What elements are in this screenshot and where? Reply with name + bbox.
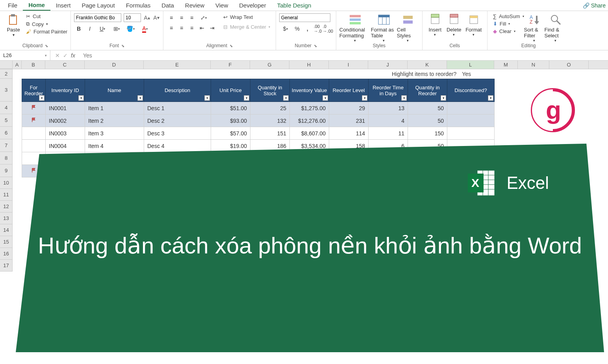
bold-button[interactable]: B	[74, 24, 83, 33]
row-header-11[interactable]: 11	[0, 189, 13, 201]
table-header[interactable]: Reorder Level▾	[329, 79, 369, 102]
col-header-c[interactable]: C	[45, 61, 85, 69]
row-header-15[interactable]: 15	[0, 236, 13, 248]
align-left-button[interactable]: ≡	[167, 24, 176, 32]
col-header-f[interactable]: F	[211, 61, 250, 69]
tab-page-layout[interactable]: Page Layout	[76, 0, 120, 10]
number-format-select[interactable]	[279, 13, 330, 22]
table-row[interactable]: IN0003Item 3Desc 3$57.00151$8,607.001141…	[22, 127, 495, 140]
font-dialog-launcher[interactable]: ⬊	[121, 44, 124, 48]
delete-cells-button[interactable]: Delete▾	[445, 13, 463, 37]
align-center-button[interactable]: ≡	[177, 24, 186, 32]
filter-button[interactable]: ▾	[283, 95, 289, 101]
increase-font-button[interactable]: A▴	[143, 14, 150, 21]
align-top-button[interactable]: ≡	[167, 13, 176, 22]
underline-button[interactable]: U▾	[96, 24, 109, 33]
row-header-8[interactable]: 8	[0, 152, 13, 164]
merge-center-button[interactable]: ⊟Merge & Center▾	[221, 23, 272, 31]
copy-button[interactable]: ⧉Copy▾	[26, 21, 67, 27]
wrap-text-button[interactable]: ↩Wrap Text	[221, 13, 272, 21]
table-header[interactable]: Unit Price▾	[211, 79, 250, 102]
decrease-indent-button[interactable]: ⇤	[197, 24, 207, 32]
col-header-e[interactable]: E	[144, 61, 211, 69]
font-color-button[interactable]: A▾	[139, 24, 151, 33]
table-row[interactable]: IN0001Item 1Desc 1$51.0025$1,275.0029135…	[22, 102, 495, 115]
row-header-9[interactable]: 9	[0, 164, 13, 177]
align-bottom-button[interactable]: ≡	[187, 13, 196, 22]
table-header[interactable]: Inventory ID▾	[46, 79, 85, 102]
font-size-select[interactable]	[124, 13, 141, 22]
row-header-13[interactable]: 13	[0, 212, 13, 224]
table-header[interactable]: Name▾	[85, 79, 144, 102]
filter-button[interactable]: ▾	[441, 95, 446, 101]
row-header-16[interactable]: 16	[0, 248, 13, 260]
formula-input[interactable]: Yes	[80, 52, 608, 59]
row-header-14[interactable]: 14	[0, 224, 13, 236]
align-right-button[interactable]: ≡	[187, 24, 196, 32]
alignment-dialog-launcher[interactable]: ⬊	[230, 44, 233, 48]
worksheet[interactable]: A B C D E F G H I J K L M N O 2345678910…	[0, 61, 608, 69]
table-header[interactable]: Quantity in Stock▾	[250, 79, 290, 102]
tab-table-design[interactable]: Table Design	[272, 0, 317, 10]
enter-formula-button[interactable]: ✓	[63, 52, 68, 59]
tab-home[interactable]: Home	[23, 0, 50, 11]
share-button[interactable]: 🔗Share	[583, 2, 606, 9]
col-header-h[interactable]: H	[289, 61, 329, 69]
table-header[interactable]: Inventory Value▾	[290, 79, 329, 102]
cut-button[interactable]: ✂Cut	[26, 13, 67, 19]
orientation-button[interactable]: ⤢▾	[197, 13, 210, 22]
col-header-l[interactable]: L	[447, 61, 494, 69]
row-header-3[interactable]: 3	[0, 79, 13, 102]
cell-styles-button[interactable]: Cell Styles▾	[397, 13, 419, 42]
filter-button[interactable]: ▾	[401, 95, 407, 101]
reorder-answer-cell[interactable]: Yes	[462, 71, 471, 77]
insert-cells-button[interactable]: Insert▾	[426, 13, 445, 37]
fill-button[interactable]: ⬇Fill▾	[493, 21, 524, 27]
col-header-i[interactable]: I	[329, 61, 368, 69]
tab-data[interactable]: Data	[156, 0, 180, 10]
row-header-12[interactable]: 12	[0, 201, 13, 212]
row-header-4[interactable]: 4	[0, 102, 13, 114]
filter-button[interactable]: ▾	[488, 95, 493, 101]
format-as-table-button[interactable]: Format as Table▾	[371, 13, 397, 42]
filter-button[interactable]: ▾	[137, 95, 143, 101]
cancel-formula-button[interactable]: ✕	[55, 52, 60, 59]
borders-button[interactable]: ⊞▾	[110, 24, 123, 33]
increase-indent-button[interactable]: ⇥	[208, 24, 217, 32]
number-dialog-launcher[interactable]: ⬊	[314, 44, 317, 48]
filter-button[interactable]: ▾	[362, 95, 367, 101]
table-header[interactable]: Discontinued?▾	[447, 79, 495, 102]
percent-button[interactable]: %	[293, 24, 302, 33]
table-header[interactable]: Description▾	[144, 79, 211, 102]
clear-button[interactable]: ◆Clear▾	[493, 28, 524, 34]
table-row[interactable]: IN0002Item 2Desc 2$93.00132$12,276.00231…	[22, 115, 495, 127]
col-header-d[interactable]: D	[85, 61, 144, 69]
italic-button[interactable]: I	[85, 24, 95, 33]
align-middle-button[interactable]: ≡	[177, 13, 186, 22]
decrease-decimal-button[interactable]: .0→.00	[323, 24, 333, 33]
fill-color-button[interactable]: 🪣▾	[124, 24, 137, 33]
filter-button[interactable]: ▾	[244, 95, 249, 101]
col-header-a[interactable]: A	[13, 61, 22, 69]
tab-view[interactable]: View	[210, 0, 234, 10]
row-header-5[interactable]: 5	[0, 114, 13, 127]
increase-decimal-button[interactable]: .00→.0	[313, 24, 323, 33]
tab-insert[interactable]: Insert	[50, 0, 76, 10]
paste-button[interactable]: Paste▾	[3, 13, 24, 37]
accounting-format-button[interactable]: $▾	[279, 24, 292, 33]
table-header[interactable]: For Reorder▾	[22, 79, 46, 102]
row-header-10[interactable]: 10	[0, 177, 13, 189]
find-select-button[interactable]: Find & Select▾	[545, 13, 567, 42]
fx-button[interactable]: fx	[71, 52, 75, 59]
col-header-j[interactable]: J	[368, 61, 408, 69]
filter-button[interactable]: ▾	[323, 95, 328, 101]
table-header[interactable]: Quantity in Reorder▾	[408, 79, 447, 102]
tab-developer[interactable]: Developer	[234, 0, 271, 10]
format-cells-button[interactable]: Format▾	[463, 13, 484, 37]
col-header-m[interactable]: M	[494, 61, 518, 69]
row-header-7[interactable]: 7	[0, 139, 13, 152]
col-header-o[interactable]: O	[549, 61, 589, 69]
autosum-button[interactable]: ∑AutoSum▾	[493, 13, 524, 19]
conditional-formatting-button[interactable]: Conditional Formatting▾	[339, 13, 371, 42]
font-family-select[interactable]	[74, 13, 121, 22]
